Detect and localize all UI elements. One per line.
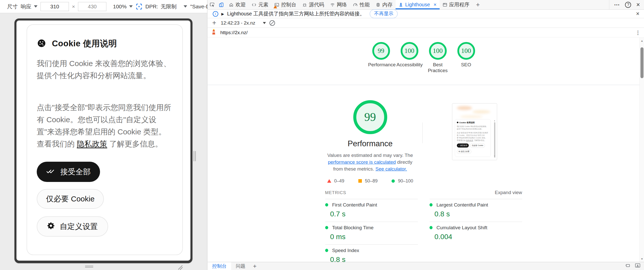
report-scrollbar[interactable]: ▲ ▼ [639, 38, 644, 262]
emulation-area: Cookie 使用说明 我们使用 Cookie 来改善您的浏览体验、提供个性化内… [0, 13, 207, 270]
see-calculator-link[interactable]: See calculator. [376, 166, 407, 172]
metric-largest-contentful-paint: Largest Contentful Paint 0.8 s [430, 199, 522, 222]
category-best-practices[interactable]: 100 Best Practices [425, 42, 451, 74]
more-tabs-button[interactable]: + [473, 0, 483, 9]
memory-icon [376, 3, 380, 7]
dock-side-icon[interactable] [625, 263, 630, 269]
new-report-button[interactable]: + [211, 19, 217, 27]
performance-score-gauge: 99 [353, 100, 387, 134]
thumbnail-cookie-dialog: Cookie 使用说明 我们使用 Cookie 来改善您的浏览体验、提供个性化内… [455, 119, 491, 157]
dpr-select[interactable]: DPR: 无限制 [145, 3, 187, 10]
chevron-down-icon [184, 5, 187, 8]
lighthouse-icon [399, 3, 403, 7]
average-range-icon [358, 179, 362, 183]
category-accessibility[interactable]: 100 Accessibility [397, 42, 422, 74]
scroll-up-icon[interactable]: ▲ [640, 39, 644, 42]
accept-all-button[interactable]: 接受全部 [37, 162, 100, 182]
performance-icon [353, 3, 358, 7]
device-toolbar: 尺寸 响应 × 100% DPR: 无限制 "Save-Data": [0, 0, 207, 13]
thumbnail-content-blur [457, 106, 472, 110]
pass-dot-icon [325, 203, 328, 206]
section-divider [422, 122, 423, 143]
metric-total-blocking-time: Total Blocking Time 0 ms [325, 222, 418, 244]
device-width-resize-handle[interactable] [193, 151, 196, 161]
devtools-panel: 欢迎 元素 控制台 [208, 0, 644, 270]
cookie-intro-text: 我们使用 Cookie 来改善您的浏览体验、提供个性化内容和分析网站流量。 [37, 57, 172, 82]
tab-lighthouse[interactable]: Lighthouse × [396, 0, 440, 9]
necessary-only-button[interactable]: 仅必要 Cookie [37, 189, 104, 209]
score-gauge: 100 [429, 42, 447, 60]
device-height-input[interactable] [78, 2, 106, 11]
device-corner-resize-handle[interactable] [177, 264, 183, 270]
lighthouse-toolbar: + 12:42:23 - 2x.nz [208, 18, 644, 28]
expand-arrow-icon[interactable]: ▶ [221, 12, 224, 16]
category-seo[interactable]: 100 SEO [453, 42, 479, 74]
metric-speed-index: Speed Index 0.8 s [325, 244, 418, 262]
customize-settings-button[interactable]: 自定义设置 [37, 216, 108, 237]
tab-sources[interactable]: 源代码 [299, 0, 327, 9]
cookie-body-text: 点击"接受全部"即表示您同意我们使用所有 Cookie。您也可以点击"自定义设置… [37, 101, 172, 150]
gear-icon [47, 222, 55, 231]
infobar-close-icon[interactable]: × [636, 10, 639, 17]
metrics-section: METRICS Expand view First Contentful Pai… [325, 190, 522, 262]
infobar-message: Lighthouse 工具提供了指向第三方网站上所托管内容的链接。 [227, 10, 365, 17]
device-frame: Cookie 使用说明 我们使用 Cookie 来改善您的浏览体验、提供个性化内… [14, 18, 192, 263]
page-screenshot-thumbnail[interactable]: Cookie 使用说明 我们使用 Cookie 来改善您的浏览体验、提供个性化内… [452, 103, 497, 160]
performance-section-title: Performance [325, 139, 415, 148]
tab-memory[interactable]: 内存 [373, 0, 396, 9]
pass-range-icon [392, 179, 395, 183]
cookie-icon [37, 38, 46, 49]
inspect-element-icon[interactable] [208, 0, 217, 9]
drawer-tab-issues[interactable]: 问题 [231, 262, 250, 270]
device-emulation-pane: 尺寸 响应 × 100% DPR: 无限制 "Save-Data": [0, 0, 207, 270]
device-height-resize-handle[interactable] [85, 266, 93, 268]
chevron-down-icon [129, 5, 133, 8]
thumbnail-customize-button: ⚙ 自定义设置 [457, 149, 471, 154]
console-warning-badge [274, 5, 277, 8]
drawer-tab-console[interactable]: 控制台 [208, 262, 231, 270]
zoom-select[interactable]: 100% [113, 4, 133, 10]
device-mode-select[interactable]: 响应 [21, 3, 37, 10]
cookie-consent-dialog: Cookie 使用说明 我们使用 Cookie 来改善您的浏览体验、提供个性化内… [27, 24, 183, 255]
report-options-icon[interactable]: ⋮ [635, 30, 640, 36]
help-icon[interactable]: ? [625, 2, 631, 8]
lighthouse-infobar: i ▶ Lighthouse 工具提供了指向第三方网站上所托管内容的链接。 不再… [208, 10, 644, 18]
dimension-separator: × [72, 4, 75, 10]
metrics-header: METRICS [325, 190, 346, 195]
tab-elements[interactable]: 元素 [249, 0, 271, 9]
report-selector[interactable]: 12:42:23 - 2x.nz [221, 20, 266, 26]
scrollbar-thumb[interactable] [640, 47, 643, 78]
category-performance[interactable]: 99 Performance [368, 42, 394, 74]
privacy-policy-link[interactable]: 隐私政策 [77, 140, 107, 148]
device-width-input[interactable] [41, 2, 69, 11]
close-tab-icon[interactable]: × [434, 2, 437, 8]
devtools-window: 尺寸 响应 × 100% DPR: 无限制 "Save-Data": [0, 0, 644, 270]
tab-network[interactable]: 网络 [327, 0, 350, 9]
thumbnail-content-blur [473, 110, 490, 114]
clear-reports-icon[interactable] [269, 20, 275, 26]
application-icon [443, 3, 447, 7]
home-icon [229, 3, 233, 7]
tab-application[interactable]: 应用程序 [440, 0, 473, 9]
double-check-icon [46, 168, 55, 176]
expand-view-button[interactable]: Expand view [495, 190, 522, 195]
expand-quickview-icon[interactable] [635, 263, 640, 269]
tab-welcome[interactable]: 欢迎 [226, 0, 249, 9]
report-url-row: https://2x.nz/ ⋮ [208, 28, 644, 37]
score-calc-link[interactable]: performance score is calculated [328, 159, 396, 165]
close-devtools-icon[interactable]: × [636, 1, 640, 8]
tab-performance[interactable]: 性能 [350, 0, 373, 9]
scroll-down-icon[interactable]: ▼ [640, 257, 644, 260]
code-icon [252, 3, 256, 7]
score-description: Values are estimated and may vary. The p… [325, 152, 415, 172]
thumbnail-body-text: 点击"接受全部"即表示您同意我们使用所有 Cookie。您也可以点击"自定义设置… [457, 132, 489, 142]
lighthouse-report: 99 Performance 100 Accessibility 100 Bes… [208, 38, 639, 262]
drawer-more-tabs-button[interactable]: + [250, 262, 260, 270]
tab-console[interactable]: 控制台 [271, 0, 299, 9]
report-url: https://2x.nz/ [220, 30, 248, 35]
dont-show-again-button[interactable]: 不再显示 [370, 9, 398, 18]
drawer-bar: 控制台 问题 + [208, 262, 644, 270]
device-frame-icon[interactable] [136, 3, 142, 10]
device-toolbar-toggle-icon[interactable] [217, 0, 226, 9]
more-options-icon[interactable]: ⋯ [614, 2, 620, 8]
